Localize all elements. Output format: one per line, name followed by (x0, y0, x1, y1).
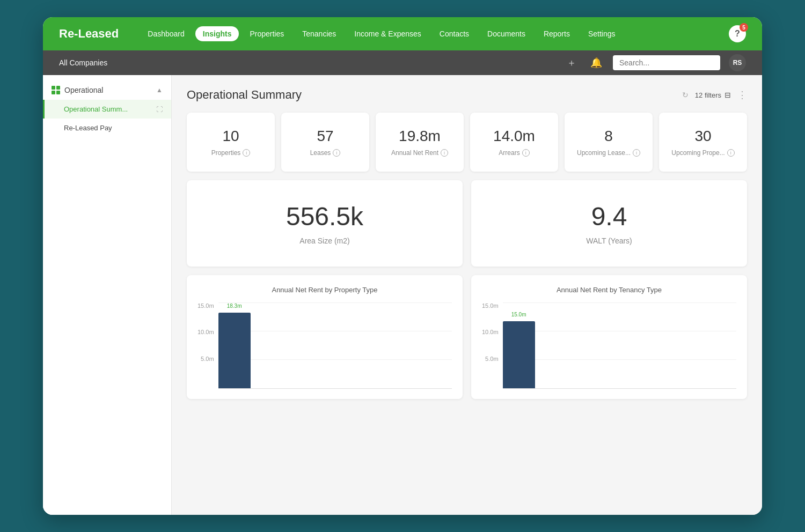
stat-label-5: Upcoming Prope... i (668, 149, 738, 157)
bar-label-1: 15.0m (511, 312, 526, 317)
stat-value-1: 57 (290, 128, 361, 145)
chart-container-0: 15.0m 10.0m 5.0m 0 18.3m (197, 302, 452, 388)
stat-card-2: 19.8m Annual Net Rent i (376, 113, 464, 172)
stat-label-4: Upcoming Lease... i (573, 149, 644, 157)
chart-y-axis-0: 15.0m 10.0m 5.0m 0 (197, 302, 214, 388)
stat-value-3: 14.0m (479, 128, 550, 145)
app-container: Re-Leased DashboardInsightsPropertiesTen… (43, 17, 762, 515)
nav-item-properties[interactable]: Properties (242, 26, 291, 41)
page-title: Operational Summary (187, 88, 302, 102)
chart-title-0: Annual Net Rent by Property Type (197, 286, 452, 294)
sidebar-section-label: Operational (64, 86, 103, 94)
nav-right: ? 5 (729, 25, 746, 42)
info-icon-4[interactable]: i (633, 149, 640, 157)
help-button[interactable]: ? 5 (729, 25, 746, 42)
top-nav: Re-Leased DashboardInsightsPropertiesTen… (43, 17, 762, 50)
stat-value-2: 19.8m (384, 128, 455, 145)
header-actions: ↻ 12 filters ⊟ ⋮ (682, 89, 747, 101)
sidebar-item-label: Re-Leased Pay (64, 124, 112, 132)
stat-label-2: Annual Net Rent i (384, 149, 455, 157)
stat-label-3: Arrears i (479, 149, 550, 157)
company-label: All Companies (59, 58, 107, 67)
notification-badge: 5 (740, 23, 748, 32)
nav-item-settings[interactable]: Settings (581, 26, 623, 41)
stat-card-3: 14.0m Arrears i (470, 113, 558, 172)
grid-icon (52, 86, 60, 94)
add-button[interactable]: ＋ (564, 55, 580, 71)
collapse-icon: ▲ (156, 86, 163, 94)
stat-label-0: Properties i (195, 149, 266, 157)
main-content: Operational Summary ↻ 12 filters ⊟ ⋮ 10 … (172, 75, 762, 515)
nav-item-reports[interactable]: Reports (536, 26, 577, 41)
sidebar-item-label: Operational Summ... (64, 105, 128, 113)
nav-item-contacts[interactable]: Contacts (432, 26, 477, 41)
info-icon-3[interactable]: i (522, 149, 530, 157)
nav-item-income---expenses[interactable]: Income & Expenses (347, 26, 429, 41)
sidebar-item-operational-summary[interactable]: Operational Summ... ⛶ (43, 100, 171, 119)
stats-row: 10 Properties i 57 Leases i 19.8m Annual… (187, 113, 747, 172)
more-options-icon[interactable]: ⋮ (737, 89, 747, 101)
chart-title-1: Annual Net Rent by Tenancy Type (482, 286, 736, 294)
stat-card-1: 57 Leases i (281, 113, 369, 172)
big-stat-label-0: Area Size (m2) (197, 237, 452, 245)
big-stat-value-1: 9.4 (482, 202, 736, 231)
info-icon-5[interactable]: i (727, 149, 735, 157)
big-stat-label-1: WALT (Years) (482, 237, 736, 245)
stat-value-4: 8 (573, 128, 644, 145)
info-icon-1[interactable]: i (333, 149, 340, 157)
stat-card-5: 30 Upcoming Prope... i (659, 113, 747, 172)
notification-button[interactable]: 🔔 (588, 55, 604, 71)
chart-bar-1: 15.0m (503, 321, 535, 388)
charts-row: Annual Net Rent by Property Type 15.0m 1… (187, 275, 747, 399)
app-logo[interactable]: Re-Leased (59, 27, 119, 41)
nav-item-dashboard[interactable]: Dashboard (140, 26, 192, 41)
filter-icon: ⊟ (724, 91, 731, 99)
stat-value-5: 30 (668, 128, 738, 145)
big-stat-card-0: 556.5k Area Size (m2) (187, 180, 463, 267)
nav-item-tenancies[interactable]: Tenancies (295, 26, 343, 41)
chart-y-axis-1: 15.0m 10.0m 5.0m 0 (482, 302, 499, 388)
stat-label-1: Leases i (290, 149, 361, 157)
stat-card-4: 8 Upcoming Lease... i (565, 113, 653, 172)
main-layout: Operational ▲ Operational Summ... ⛶ Re-L… (43, 75, 762, 515)
info-icon-0[interactable]: i (243, 149, 250, 157)
search-input[interactable] (613, 55, 720, 70)
expand-icon: ⛶ (156, 106, 163, 113)
sidebar-item-released-pay[interactable]: Re-Leased Pay (43, 119, 171, 137)
refresh-icon[interactable]: ↻ (682, 91, 689, 99)
nav-item-insights[interactable]: Insights (195, 26, 239, 41)
chart-card-1: Annual Net Rent by Tenancy Type 15.0m 10… (471, 275, 747, 399)
sidebar: Operational ▲ Operational Summ... ⛶ Re-L… (43, 75, 172, 515)
bar-label-0: 18.3m (227, 303, 242, 309)
chart-card-0: Annual Net Rent by Property Type 15.0m 1… (187, 275, 463, 399)
info-icon-2[interactable]: i (441, 149, 448, 157)
filters-label: 12 filters (695, 91, 721, 99)
sub-nav: All Companies ＋ 🔔 RS (43, 50, 762, 75)
chart-container-1: 15.0m 10.0m 5.0m 0 15.0m (482, 302, 736, 388)
nav-item-documents[interactable]: Documents (480, 26, 533, 41)
avatar: RS (729, 54, 746, 71)
stat-card-0: 10 Properties i (187, 113, 275, 172)
help-label: ? (735, 29, 740, 39)
filters-button[interactable]: 12 filters ⊟ (695, 91, 731, 99)
content-header: Operational Summary ↻ 12 filters ⊟ ⋮ (187, 88, 747, 102)
stat-value-0: 10 (195, 128, 266, 145)
big-stat-value-0: 556.5k (197, 202, 452, 231)
sidebar-section-operational[interactable]: Operational ▲ (43, 80, 171, 100)
nav-links: DashboardInsightsPropertiesTenanciesInco… (140, 26, 729, 41)
big-stat-card-1: 9.4 WALT (Years) (471, 180, 747, 267)
big-stats-row: 556.5k Area Size (m2) 9.4 WALT (Years) (187, 180, 747, 267)
chart-bar-0: 18.3m (218, 313, 251, 388)
